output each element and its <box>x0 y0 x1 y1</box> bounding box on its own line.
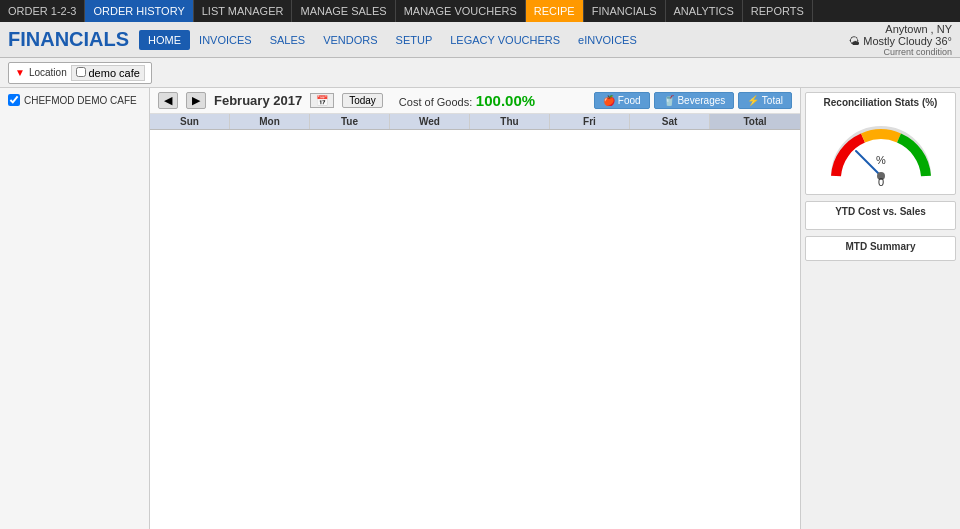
mtd-title: MTD Summary <box>810 241 951 252</box>
gauge-svg: % 0 <box>826 116 936 186</box>
top-nav-item-manage-sales[interactable]: MANAGE SALES <box>292 0 395 22</box>
cal-header-mon: Mon <box>230 114 310 129</box>
sub-nav-item-sales[interactable]: SALES <box>261 30 314 50</box>
cal-header-tue: Tue <box>310 114 390 129</box>
svg-text:%: % <box>876 154 886 166</box>
location-filter[interactable]: ▼ Location demo cafe <box>8 62 152 84</box>
weather-location: Anytown , NY <box>849 23 952 35</box>
filter-icon: ▼ <box>15 67 25 78</box>
sub-nav-item-home[interactable]: HOME <box>139 30 190 50</box>
demo-cafe-label: demo cafe <box>89 67 140 79</box>
beverages-filter-button[interactable]: 🥤 Beverages <box>654 92 735 109</box>
top-nav-item-order-1-2-3[interactable]: ORDER 1-2-3 <box>0 0 85 22</box>
sub-nav-item-legacy vouchers[interactable]: LEGACY VOUCHERS <box>441 30 569 50</box>
financials-title: FINANCIALS <box>8 28 129 51</box>
sidebar: CHEFMOD DEMO CAFE <box>0 88 150 529</box>
top-nav-item-analytics[interactable]: ANALYTICS <box>666 0 743 22</box>
cal-header-thu: Thu <box>470 114 550 129</box>
ytd-section: YTD Cost vs. Sales <box>805 201 956 230</box>
cog-pct: 100.00% <box>476 92 535 109</box>
cal-header-fri: Fri <box>550 114 630 129</box>
ytd-chart <box>810 221 951 225</box>
demo-badge: demo cafe <box>71 65 145 81</box>
today-button[interactable]: Today <box>342 93 383 108</box>
weather-icon: 🌤 <box>849 35 860 47</box>
reconciliation-section: Reconciliation Stats (%) <box>805 92 956 195</box>
sub-nav: HOMEINVOICESSALESVENDORSSETUPLEGACY VOUC… <box>139 30 849 50</box>
sub-nav-item-einvoices[interactable]: eINVOICES <box>569 30 646 50</box>
cog-title: Cost of Goods: 100.00% <box>399 92 535 109</box>
cog-label: Cost of Goods: <box>399 96 472 108</box>
sidebar-item-cafe[interactable]: CHEFMOD DEMO CAFE <box>4 92 145 108</box>
top-nav-item-recipe[interactable]: RECIPE <box>526 0 584 22</box>
top-nav-item-financials[interactable]: FINANCIALS <box>584 0 666 22</box>
sub-nav-item-invoices[interactable]: INVOICES <box>190 30 261 50</box>
toolbar: ▼ Location demo cafe <box>0 58 960 88</box>
reconciliation-title: Reconciliation Stats (%) <box>810 97 951 108</box>
cal-header-wed: Wed <box>390 114 470 129</box>
cafe-checkbox[interactable] <box>8 94 20 106</box>
right-panel: Reconciliation Stats (%) <box>800 88 960 529</box>
cal-header-sun: Sun <box>150 114 230 129</box>
top-nav-item-manage-vouchers[interactable]: MANAGE VOUCHERS <box>396 0 526 22</box>
header: FINANCIALS HOMEINVOICESSALESVENDORSSETUP… <box>0 22 960 58</box>
cal-header: SunMonTueWedThuFriSatTotal <box>150 114 800 130</box>
top-nav: ORDER 1-2-3ORDER HISTORYLIST MANAGERMANA… <box>0 0 960 22</box>
location-checkbox[interactable] <box>76 67 86 77</box>
weather-condition: Mostly Cloudy 36° <box>863 35 952 47</box>
next-month-button[interactable]: ▶ <box>186 92 206 109</box>
calendar-content: ◀ ▶ February 2017 📅 Today Cost of Goods:… <box>150 88 800 529</box>
mtd-section: MTD Summary <box>805 236 956 261</box>
cafe-label: CHEFMOD DEMO CAFE <box>24 95 137 106</box>
app-container: ORDER 1-2-3ORDER HISTORYLIST MANAGERMANA… <box>0 0 960 529</box>
main-layout: CHEFMOD DEMO CAFE ◀ ▶ February 2017 📅 To… <box>0 88 960 529</box>
cal-header-sat: Sat <box>630 114 710 129</box>
filter-label: Location <box>29 67 67 78</box>
weather-desc: 🌤 Mostly Cloudy 36° <box>849 35 952 47</box>
prev-month-button[interactable]: ◀ <box>158 92 178 109</box>
top-nav-item-reports[interactable]: REPORTS <box>743 0 813 22</box>
ytd-title: YTD Cost vs. Sales <box>810 206 951 217</box>
sub-nav-item-setup[interactable]: SETUP <box>387 30 442 50</box>
calendar-icon-button[interactable]: 📅 <box>310 93 334 108</box>
calendar: SunMonTueWedThuFriSatTotal <box>150 114 800 529</box>
svg-text:0: 0 <box>877 176 883 186</box>
gauge-container: % 0 <box>810 112 951 190</box>
sub-nav-item-vendors[interactable]: VENDORS <box>314 30 386 50</box>
total-filter-button[interactable]: ⚡ Total <box>738 92 792 109</box>
food-filter-button[interactable]: 🍎 Food <box>594 92 650 109</box>
weather-area: Anytown , NY 🌤 Mostly Cloudy 36° Current… <box>849 23 952 57</box>
cal-body <box>150 130 800 525</box>
weather-current: Current condition <box>849 47 952 57</box>
cal-header-total: Total <box>710 114 800 129</box>
filter-buttons: 🍎 Food 🥤 Beverages ⚡ Total <box>594 92 792 109</box>
top-nav-item-order-history[interactable]: ORDER HISTORY <box>85 0 193 22</box>
month-title: February 2017 <box>214 93 302 108</box>
top-nav-item-list-manager[interactable]: LIST MANAGER <box>194 0 293 22</box>
cal-toolbar: ◀ ▶ February 2017 📅 Today Cost of Goods:… <box>150 88 800 114</box>
